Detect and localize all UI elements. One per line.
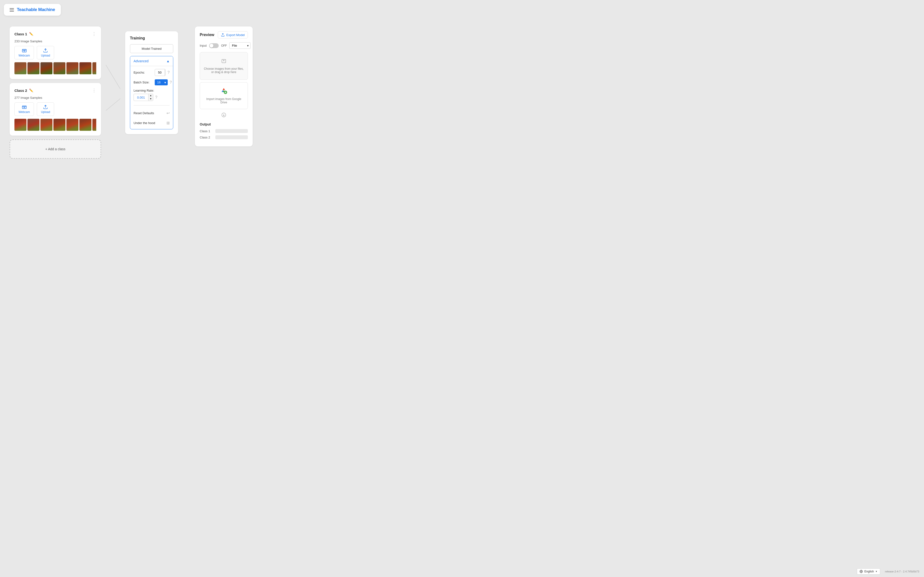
output-class1-bar: [215, 129, 248, 133]
class2-upload-btn[interactable]: Upload: [37, 102, 54, 116]
class1-upload-label: Upload: [41, 54, 50, 57]
chevron-up-icon: ▲: [166, 59, 170, 63]
scroll-indicator: [200, 113, 248, 119]
output-class2-bar: [215, 135, 248, 139]
epochs-help-icon[interactable]: ?: [168, 71, 170, 75]
language-select[interactable]: English ▼: [857, 568, 880, 575]
class1-upload-btn[interactable]: Upload: [37, 46, 54, 60]
toggle-off-label: OFF: [221, 44, 227, 47]
connector-area: [106, 26, 120, 567]
class1-thumb-3: [40, 62, 52, 74]
batch-size-select[interactable]: 16 32 64 128: [155, 79, 168, 85]
brand-title: Teachable Machine: [17, 7, 55, 12]
advanced-section: Advanced ▲ Epochs: ▲ ▼ ?: [130, 56, 173, 129]
output-section: Output Class 1 Class 2: [200, 122, 248, 139]
lr-help-icon[interactable]: ?: [155, 95, 157, 100]
class2-thumb-1: [15, 119, 26, 131]
class1-actions: Webcam Upload: [15, 46, 96, 60]
lr-up-btn[interactable]: ▲: [149, 94, 153, 97]
reset-icon: ↩: [166, 111, 170, 115]
class2-title: Class 2: [15, 89, 27, 93]
advanced-header[interactable]: Advanced ▲: [130, 56, 173, 66]
batch-help-icon[interactable]: ?: [170, 80, 172, 85]
class2-more-icon[interactable]: ⋮: [92, 88, 96, 93]
advanced-label: Advanced: [134, 59, 149, 63]
svg-rect-0: [22, 49, 26, 52]
class2-thumb-3: [40, 119, 52, 131]
class1-thumb-6: [79, 62, 91, 74]
header: Teachable Machine: [4, 4, 61, 16]
class1-card: Class 1 ✏️ ⋮ 233 Image Samples Webcam: [10, 26, 101, 79]
learning-rate-section: Learning Rate: ▲ ▼ ?: [134, 89, 170, 101]
add-class-label: + Add a class: [45, 147, 65, 151]
batch-size-row: Batch Size: 16 32 64 128 ▼ ?: [134, 79, 170, 85]
upload-area-text: Choose images from your files, or drag &…: [204, 67, 244, 74]
hood-icon: ⊞: [166, 121, 170, 125]
class2-thumb-6: [79, 119, 91, 131]
epochs-down-btn[interactable]: ▼: [165, 73, 166, 76]
svg-rect-3: [22, 106, 26, 109]
input-toggle[interactable]: [209, 43, 219, 48]
class1-webcam-label: Webcam: [19, 54, 30, 57]
learning-rate-label: Learning Rate:: [134, 89, 170, 92]
batch-size-label: Batch Size:: [134, 81, 153, 84]
under-hood-label: Under the hood: [134, 121, 155, 125]
input-row: Input OFF File Webcam ▼: [200, 42, 248, 49]
class2-image-strip: [15, 119, 96, 131]
language-label: English: [864, 570, 874, 573]
training-panel: Training Model Trained Advanced ▲ Epochs…: [125, 31, 178, 134]
classes-panel: Class 1 ✏️ ⋮ 233 Image Samples Webcam: [10, 26, 101, 159]
epochs-label: Epochs:: [134, 71, 153, 74]
class1-thumb-7: [92, 62, 96, 74]
preview-panel: Preview Export Model Input OFF File: [195, 26, 253, 147]
add-class-card[interactable]: + Add a class: [10, 139, 101, 159]
file-upload-area[interactable]: Choose images from your files, or drag &…: [200, 52, 248, 80]
class1-thumb-5: [66, 62, 78, 74]
class1-thumb-1: [15, 62, 26, 74]
globe-icon: [859, 570, 863, 573]
epochs-input[interactable]: [155, 70, 165, 75]
lr-input[interactable]: [134, 95, 148, 100]
file-select[interactable]: File Webcam: [229, 42, 250, 49]
hamburger-icon[interactable]: [10, 8, 14, 11]
class2-upload-label: Upload: [41, 110, 50, 114]
lr-down-btn[interactable]: ▼: [149, 97, 153, 101]
class2-webcam-label: Webcam: [19, 110, 30, 114]
version-label: release-2-4-7 - 2.4.7#5b5b73: [885, 570, 919, 573]
epochs-row: Epochs: ▲ ▼ ?: [134, 69, 170, 76]
batch-size-select-wrapper: 16 32 64 128 ▼: [155, 79, 168, 85]
class2-card: Class 2 ✏️ ⋮ 277 Image Samples Webcam: [10, 83, 101, 135]
class1-sample-count: 233 Image Samples: [15, 39, 96, 43]
model-trained-btn[interactable]: Model Trained: [130, 44, 173, 53]
class1-thumb-2: [27, 62, 39, 74]
upload-cloud-icon: [204, 58, 244, 65]
epochs-up-btn[interactable]: ▲: [165, 69, 166, 73]
chevron-down-icon: ▼: [876, 570, 877, 573]
class1-more-icon[interactable]: ⋮: [92, 31, 96, 37]
input-label: Input: [200, 44, 207, 47]
export-icon: [221, 33, 225, 37]
class1-title: Class 1: [15, 32, 27, 36]
advanced-body: Epochs: ▲ ▼ ? Batch Size:: [130, 66, 173, 129]
under-hood-row[interactable]: Under the hood ⊞: [134, 120, 170, 126]
class2-actions: Webcam Upload: [15, 102, 96, 116]
class1-webcam-btn[interactable]: Webcam: [15, 46, 34, 60]
class1-title-area: Class 1 ✏️: [15, 32, 33, 36]
file-select-wrapper: File Webcam ▼: [229, 42, 250, 49]
export-model-btn[interactable]: Export Model: [218, 31, 248, 39]
preview-title: Preview: [200, 33, 214, 37]
reset-defaults-row[interactable]: Reset Defaults ↩: [134, 110, 170, 116]
class2-thumb-2: [27, 119, 39, 131]
epochs-spinners: ▲ ▼: [165, 69, 166, 76]
class2-edit-icon[interactable]: ✏️: [29, 89, 33, 92]
output-row-1: Class 1: [200, 129, 248, 133]
gdrive-upload-area[interactable]: Import images from Google Drive: [200, 82, 248, 109]
class2-header: Class 2 ✏️ ⋮: [15, 88, 96, 93]
class1-edit-icon[interactable]: ✏️: [29, 32, 33, 36]
main-content: Class 1 ✏️ ⋮ 233 Image Samples Webcam: [0, 0, 924, 577]
class2-webcam-btn[interactable]: Webcam: [15, 102, 34, 116]
class1-image-strip: [15, 62, 96, 74]
gdrive-text: Import images from Google Drive: [204, 97, 244, 104]
lr-input-group: ▲ ▼: [134, 94, 153, 101]
output-class2-label: Class 2: [200, 135, 213, 139]
